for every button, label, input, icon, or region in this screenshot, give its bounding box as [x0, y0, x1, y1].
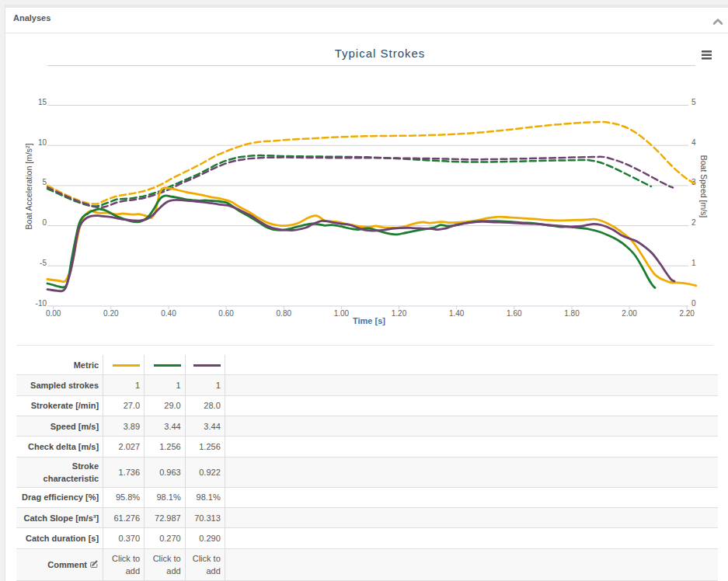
svg-text:Boat Speed [m/s]: Boat Speed [m/s]: [699, 155, 709, 218]
svg-text:1.80: 1.80: [564, 309, 580, 318]
svg-text:1.20: 1.20: [392, 309, 407, 318]
svg-text:Time [s]: Time [s]: [353, 316, 385, 325]
svg-text:0: 0: [42, 218, 47, 227]
svg-text:2.00: 2.00: [622, 309, 637, 318]
svg-text:10: 10: [38, 138, 47, 147]
svg-text:1.60: 1.60: [507, 309, 522, 318]
svg-text:0.20: 0.20: [103, 309, 119, 318]
svg-text:1.40: 1.40: [449, 309, 465, 318]
svg-text:5: 5: [42, 178, 47, 186]
svg-text:0.40: 0.40: [161, 309, 176, 318]
svg-text:0.80: 0.80: [277, 309, 292, 318]
svg-text:0: 0: [691, 299, 696, 308]
svg-text:2.20: 2.20: [679, 309, 695, 318]
svg-text:Boat Acceleration [m/s²]: Boat Acceleration [m/s²]: [24, 143, 33, 229]
svg-text:1.00: 1.00: [334, 309, 350, 318]
svg-text:15: 15: [38, 98, 47, 106]
svg-text:Typical Strokes: Typical Strokes: [335, 47, 426, 60]
svg-text:5: 5: [691, 98, 696, 106]
svg-text:-5: -5: [40, 259, 47, 267]
svg-text:2: 2: [691, 218, 696, 227]
svg-text:0.60: 0.60: [218, 309, 234, 318]
svg-text:0.00: 0.00: [46, 309, 61, 318]
svg-text:1: 1: [691, 259, 696, 267]
svg-text:-10: -10: [36, 299, 47, 308]
svg-text:4: 4: [691, 138, 696, 147]
